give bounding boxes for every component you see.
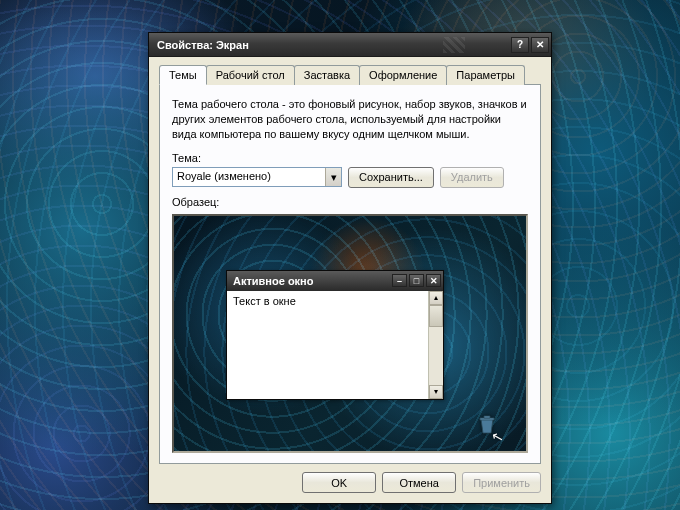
ok-button[interactable]: OK: [302, 472, 376, 493]
tab-page-themes: Тема рабочего стола - это фоновый рисуно…: [159, 84, 541, 464]
tab-screensaver[interactable]: Заставка: [294, 65, 360, 85]
scroll-thumb: [429, 305, 443, 327]
client-area: Темы Рабочий стол Заставка Оформление Па…: [149, 57, 551, 503]
close-icon: ✕: [430, 276, 438, 286]
sample-window-title: Активное окно: [233, 275, 390, 287]
sample-body-text: Текст в окне: [227, 291, 428, 399]
titlebar[interactable]: Свойства: Экран ? ✕: [149, 33, 551, 57]
apply-button: Применить: [462, 472, 541, 493]
sample-active-window: Активное окно – □ ✕ Текст в окне ▴ ▾: [226, 270, 444, 400]
tab-appearance[interactable]: Оформление: [359, 65, 447, 85]
tab-strip: Темы Рабочий стол Заставка Оформление Па…: [159, 65, 541, 85]
close-button[interactable]: ✕: [531, 37, 549, 53]
dialog-button-row: OK Отмена Применить: [159, 464, 541, 493]
help-button[interactable]: ?: [511, 37, 529, 53]
theme-row: Royale (изменено) ▾ Сохранить... Удалить: [172, 167, 528, 188]
titlebar-gripper: [443, 37, 465, 53]
sample-body: Текст в окне ▴ ▾: [227, 291, 443, 399]
sample-titlebar: Активное окно – □ ✕: [227, 271, 443, 291]
sample-scrollbar: ▴ ▾: [428, 291, 443, 399]
scroll-up-icon: ▴: [429, 291, 443, 305]
theme-combobox[interactable]: Royale (изменено) ▾: [172, 167, 342, 187]
sample-minimize-button: –: [392, 274, 407, 287]
tab-desktop[interactable]: Рабочий стол: [206, 65, 295, 85]
scroll-down-icon: ▾: [429, 385, 443, 399]
theme-description: Тема рабочего стола - это фоновый рисуно…: [172, 97, 528, 142]
minimize-icon: –: [397, 276, 402, 286]
theme-preview: Активное окно – □ ✕ Текст в окне ▴ ▾: [172, 214, 528, 453]
sample-maximize-button: □: [409, 274, 424, 287]
display-properties-dialog: Свойства: Экран ? ✕ Темы Рабочий стол За…: [148, 32, 552, 504]
chevron-down-icon: ▾: [331, 171, 337, 184]
theme-combobox-dropdown[interactable]: ▾: [325, 168, 341, 186]
maximize-icon: □: [414, 276, 419, 286]
tab-themes[interactable]: Темы: [159, 65, 207, 85]
delete-theme-button: Удалить: [440, 167, 504, 188]
scroll-track: [429, 327, 443, 385]
tab-settings[interactable]: Параметры: [446, 65, 525, 85]
window-title: Свойства: Экран: [157, 39, 443, 51]
close-icon: ✕: [536, 39, 544, 50]
sample-close-button: ✕: [426, 274, 441, 287]
theme-label: Тема:: [172, 152, 528, 164]
cancel-button[interactable]: Отмена: [382, 472, 456, 493]
sample-label: Образец:: [172, 196, 528, 208]
theme-combobox-value: Royale (изменено): [173, 168, 325, 186]
save-theme-button[interactable]: Сохранить...: [348, 167, 434, 188]
